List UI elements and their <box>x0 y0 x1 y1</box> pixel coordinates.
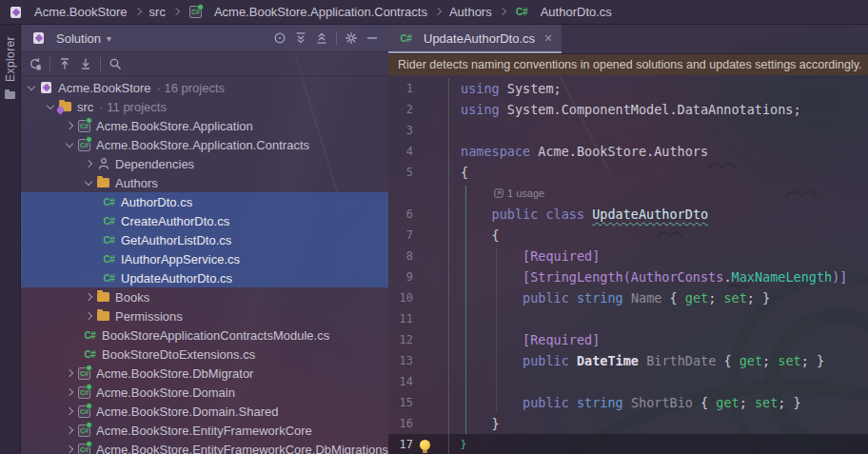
chevron-right-icon[interactable] <box>82 290 95 304</box>
code-text[interactable]: [Required] <box>449 246 600 266</box>
code-text[interactable]: } <box>449 434 466 454</box>
tree-item[interactable]: Books <box>21 287 388 306</box>
tree-item[interactable]: C#Acme.BookStore.EntityFrameworkCore.DbM… <box>21 440 388 454</box>
code-line[interactable]: 14 <box>388 371 868 392</box>
breadcrumb-item[interactable]: src <box>149 5 166 19</box>
code-text[interactable]: public string Name { get; set; } <box>449 287 770 308</box>
breadcrumb-item[interactable]: AuthorDto.cs <box>541 5 612 19</box>
tool-window-strip: Explorer <box>0 25 21 454</box>
code-text[interactable]: } <box>449 413 500 434</box>
up-arrow-icon[interactable] <box>54 53 75 74</box>
tree-item[interactable]: C#Acme.BookStore.EntityFrameworkCore <box>21 421 388 440</box>
search-icon[interactable] <box>105 53 126 74</box>
explorer-toolbar <box>21 52 388 76</box>
collapse-all-icon[interactable] <box>311 28 332 49</box>
code-editor[interactable]: 1using System;2using System.ComponentMod… <box>388 75 868 454</box>
code-line[interactable]: 10 public string Name { get; set; } <box>388 287 868 308</box>
code-line[interactable]: 7 { <box>388 225 868 246</box>
code-line[interactable]: 9 [StringLength(AuthorConsts.MaxNameLeng… <box>388 266 868 287</box>
tree-item[interactable]: Permissions <box>21 306 388 326</box>
expand-all-icon[interactable] <box>290 28 311 49</box>
tree-item[interactable]: C#UpdateAuthorDto.cs <box>21 268 388 287</box>
code-text[interactable]: public class UpdateAuthorDto <box>449 204 708 225</box>
gutter <box>388 183 449 204</box>
code-line[interactable]: 12 [Required] <box>388 329 868 350</box>
chevron-right-icon[interactable] <box>63 443 76 454</box>
tree-item[interactable]: C#Acme.BookStore.Domain.Shared <box>21 402 388 421</box>
breadcrumb-item[interactable]: Acme.BookStore.Application.Contracts <box>214 5 427 19</box>
close-icon[interactable]: × <box>544 30 552 46</box>
code-line[interactable]: 17} <box>388 434 868 454</box>
code-text[interactable] <box>449 371 461 392</box>
chevron-right-icon[interactable] <box>63 366 76 380</box>
code-text[interactable]: public string ShortBio { get; set; } <box>449 392 801 413</box>
tree-item[interactable]: C#GetAuthorListDto.cs <box>21 230 388 249</box>
line-number: 7 <box>388 225 413 246</box>
chevron-right-icon[interactable] <box>82 157 95 170</box>
code-text[interactable]: public DateTime BirthDate { get; set; } <box>449 350 824 371</box>
locate-icon[interactable] <box>269 28 290 49</box>
code-line[interactable]: 13 public DateTime BirthDate { get; set;… <box>388 350 868 371</box>
tree-item[interactable]: C#Acme.BookStore.Application.Contracts <box>21 135 388 154</box>
tree-item[interactable]: Dependencies <box>21 154 388 173</box>
code-text[interactable]: { <box>449 162 468 183</box>
code-line[interactable]: 15 public string ShortBio { get; set; } <box>388 392 868 413</box>
code-text[interactable]: using System.ComponentModel.DataAnnotati… <box>449 99 801 120</box>
tree-item[interactable]: C#Acme.BookStore.Application <box>21 116 388 135</box>
tree-item[interactable]: C#CreateAuthorDto.cs <box>21 211 388 230</box>
code-line[interactable]: 1using System; <box>388 78 868 99</box>
code-line[interactable]: 4namespace Acme.BookStore.Authors <box>388 141 868 162</box>
code-line[interactable]: 8 [Required] <box>388 246 868 266</box>
code-text[interactable]: using System; <box>449 78 562 99</box>
tab-updateauthordto[interactable]: C# UpdateAuthorDto.cs × <box>388 25 562 53</box>
code-line[interactable]: 5{ <box>388 162 868 183</box>
code-line[interactable]: 6 public class UpdateAuthorDto <box>388 204 868 225</box>
tree-item[interactable]: C#Acme.BookStore.Domain <box>21 383 388 402</box>
chevron-down-icon[interactable] <box>25 81 38 94</box>
code-text[interactable]: 1 usage <box>449 183 544 204</box>
code-text[interactable]: namespace Acme.BookStore.Authors <box>449 141 708 162</box>
breadcrumb-item[interactable]: Acme.BookStore <box>34 5 128 19</box>
down-arrow-icon[interactable] <box>75 53 96 74</box>
line-number: 15 <box>388 392 413 413</box>
chevron-down-icon[interactable] <box>44 100 57 113</box>
settings-icon[interactable] <box>341 28 362 49</box>
tree-item-label: Acme.BookStore.DbMigrator <box>96 366 253 381</box>
hide-icon[interactable] <box>362 28 383 49</box>
chevron-right-icon[interactable] <box>63 119 76 132</box>
chevron-down-icon[interactable] <box>82 176 95 189</box>
breadcrumb-item[interactable]: Authors <box>449 5 492 19</box>
code-text[interactable]: [Required] <box>449 329 600 350</box>
tree-item[interactable]: Acme.BookStore· 16 projects <box>21 78 388 97</box>
chevron-down-icon[interactable] <box>63 138 76 151</box>
code-text[interactable] <box>449 308 461 329</box>
chevron-right-icon[interactable] <box>63 405 76 418</box>
tree-item[interactable]: C#BookStoreApplicationContractsModule.cs <box>21 326 388 345</box>
code-line[interactable]: 3 <box>388 120 868 141</box>
tree-item[interactable]: C#BookStoreDtoExtensions.cs <box>21 345 388 364</box>
tree-item[interactable]: C#IAuthorAppService.cs <box>21 249 388 268</box>
scope-selector[interactable]: Solution ▾ <box>27 29 115 48</box>
usage-annotation[interactable]: 1 usage <box>494 183 544 204</box>
code-line[interactable]: 11 <box>388 308 868 329</box>
code-text[interactable]: [StringLength(AuthorConsts.MaxNameLength… <box>449 266 847 287</box>
csharp-project-icon: C# <box>76 423 92 438</box>
code-line[interactable]: 2using System.ComponentModel.DataAnnotat… <box>388 99 868 120</box>
usage-annotation-line[interactable]: 1 usage <box>388 183 868 204</box>
code-text[interactable]: { <box>449 225 500 246</box>
select-opened-file-icon[interactable] <box>25 53 46 74</box>
tree-item[interactable]: src· 11 projects <box>21 97 388 116</box>
tree-item[interactable]: C#Acme.BookStore.DbMigrator <box>21 364 388 383</box>
tree-item[interactable]: Authors <box>21 173 388 192</box>
chevron-right-icon[interactable] <box>82 309 95 323</box>
code-text[interactable] <box>449 120 461 141</box>
editor-area: C# UpdateAuthorDto.cs × Rider detects na… <box>388 25 868 454</box>
tree-item-label: Acme.BookStore.Domain.Shared <box>96 405 278 419</box>
tree-item[interactable]: C#AuthorDto.cs <box>21 192 388 211</box>
chevron-right-icon[interactable] <box>63 385 76 399</box>
intention-bulb-icon[interactable] <box>420 440 430 450</box>
code-line[interactable]: 16 } <box>388 413 868 434</box>
chevron-right-icon[interactable] <box>63 424 76 437</box>
folder-icon <box>95 175 111 190</box>
explorer-tool-window-button[interactable]: Explorer <box>4 36 17 82</box>
